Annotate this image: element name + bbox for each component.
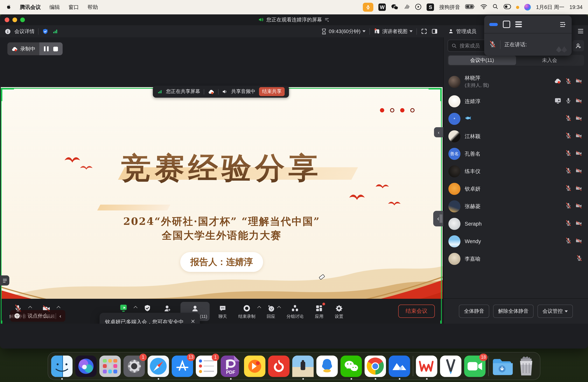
menu-help[interactable]: 帮助 <box>87 4 98 11</box>
side-panel-icon[interactable] <box>431 28 438 35</box>
dock-app-safari[interactable] <box>147 355 169 377</box>
stop-recording-button[interactable] <box>53 46 58 51</box>
dock-app-foxit-pdf[interactable]: PDF <box>220 355 241 377</box>
stop-sharing-button[interactable]: 结束共享 <box>259 87 285 96</box>
emoji-icon[interactable] <box>14 313 20 319</box>
dock-app-kuaishou[interactable] <box>244 355 265 377</box>
wechat-menubar-icon[interactable] <box>391 3 399 11</box>
close-window-button[interactable] <box>5 17 9 22</box>
dock-app-finder[interactable] <box>51 355 73 377</box>
member-tab-1[interactable]: 未入会 <box>516 56 583 65</box>
member-row[interactable]: 钦卓妍 <box>444 180 588 198</box>
network-signal-icon[interactable] <box>52 28 58 34</box>
panel-menu-icon[interactable] <box>578 28 584 34</box>
mic-off-icon[interactable] <box>565 185 572 193</box>
toolbar-item-react[interactable]: 回应 <box>264 302 278 321</box>
close-notification-icon[interactable]: ✕ <box>191 318 195 324</box>
dock-app-downloads[interactable] <box>491 355 513 377</box>
mic-off-icon[interactable] <box>565 237 572 245</box>
apple-menu-icon[interactable] <box>5 3 11 11</box>
search-menubar-icon[interactable] <box>493 3 499 11</box>
toolbar-item-breakout[interactable]: 分组讨论 <box>284 302 306 321</box>
unmute-expand-icon[interactable] <box>28 306 32 310</box>
speaker-layout-icon[interactable] <box>503 21 510 28</box>
member-row[interactable]: 张赫菱 <box>444 198 588 215</box>
member-row[interactable]: 江林颖 <box>444 127 588 145</box>
view-mode-switcher[interactable]: 演讲者视图 <box>374 28 413 35</box>
list-layout-icon[interactable] <box>515 21 522 27</box>
mic-in-use-indicator[interactable] <box>363 3 374 12</box>
member-row[interactable]: 林晓萍(主持人, 我) <box>444 71 588 93</box>
meeting-details-link[interactable]: 会议详情 <box>14 28 35 35</box>
meeting-timer[interactable]: 09:43(60分钟) <box>321 28 366 35</box>
minimized-view-icon[interactable] <box>489 23 498 26</box>
dock-app-app-store[interactable]: 13 <box>172 355 193 377</box>
recording-icon[interactable] <box>554 78 562 85</box>
collapse-float-icon[interactable] <box>560 21 567 27</box>
member-row[interactable]: 连婧淳 <box>444 93 588 110</box>
member-row[interactable]: Seraph <box>444 215 588 233</box>
cam-off-icon[interactable] <box>575 237 583 245</box>
member-tab-0[interactable]: 会议中(11) <box>448 56 516 65</box>
dock-app-wps[interactable] <box>416 355 437 377</box>
menu-window[interactable]: 窗口 <box>68 4 79 11</box>
chat-quick-input[interactable]: 说点什么... ‹ <box>10 310 65 322</box>
cam-off-icon[interactable] <box>575 150 583 158</box>
collapse-video-strip-tab[interactable]: ‹ <box>433 211 443 226</box>
dock-app-siri[interactable] <box>75 355 97 377</box>
ime-label[interactable]: 搜狗拼音 <box>439 4 460 11</box>
annotation-tools-tab[interactable] <box>0 276 9 286</box>
mic-off-icon[interactable] <box>565 115 572 123</box>
member-row[interactable]: * <box>444 110 588 127</box>
mic-on-icon[interactable] <box>565 97 572 106</box>
react-expand-icon[interactable] <box>277 306 281 310</box>
control-center-icon[interactable] <box>504 4 511 11</box>
add-member-button[interactable] <box>572 40 584 51</box>
toolbar-item-chat[interactable]: 聊天 <box>216 302 230 321</box>
cam-off-icon[interactable] <box>575 202 583 210</box>
chat-placeholder[interactable]: 说点什么... <box>28 312 52 319</box>
stop-record-expand-icon[interactable] <box>257 306 261 310</box>
wifi-icon[interactable] <box>481 4 487 11</box>
mic-off-icon[interactable] <box>565 78 572 86</box>
cam-off-icon[interactable] <box>575 185 583 193</box>
sogou-menubar-icon[interactable]: S <box>427 3 434 11</box>
menubar-time[interactable]: 19:34 <box>569 4 583 10</box>
pattern-menubar-icon[interactable] <box>404 3 410 11</box>
cam-off-icon[interactable] <box>575 78 583 85</box>
sharing-icon[interactable] <box>554 97 562 106</box>
share-screen-expand-icon[interactable] <box>134 306 137 310</box>
dock-app-qq[interactable] <box>316 355 338 377</box>
dock-app-launchpad[interactable] <box>99 355 121 377</box>
collapse-panel-tab[interactable]: ‹ <box>434 127 443 137</box>
dock-app-trash[interactable] <box>515 355 537 377</box>
cam-off-icon[interactable] <box>575 115 583 123</box>
menu-edit[interactable]: 编辑 <box>49 4 60 11</box>
cam-off-icon[interactable] <box>575 132 583 140</box>
end-meeting-button[interactable]: 结束会议 <box>398 305 435 318</box>
cam-off-icon[interactable] <box>575 97 583 105</box>
member-row[interactable]: 练丰仪 <box>444 163 588 180</box>
unmute-all-button[interactable]: 解除全体静音 <box>493 305 534 318</box>
dock-app-wechat[interactable] <box>340 355 362 377</box>
member-row[interactable]: 李嘉喻 <box>444 250 588 268</box>
info-icon[interactable] <box>5 28 11 34</box>
member-row[interactable]: Wendy <box>444 233 588 250</box>
dock-app-reminders[interactable]: 1 <box>196 355 217 377</box>
cam-off-icon[interactable] <box>575 220 583 228</box>
zoom-window-button[interactable] <box>20 17 25 22</box>
member-row[interactable]: 善名孔善名 <box>444 145 588 163</box>
mute-all-button[interactable]: 全体静音 <box>459 305 489 318</box>
menu-app-name[interactable]: 腾讯会议 <box>20 4 41 11</box>
mic-off-icon[interactable] <box>576 255 583 263</box>
mic-off-icon[interactable] <box>565 202 572 211</box>
dock-app-v-app[interactable] <box>440 355 462 377</box>
meeting-control-button[interactable]: 会议管控 <box>537 305 573 318</box>
menubar-date[interactable]: 1月6日 周一 <box>536 4 565 11</box>
dock-app-system-settings[interactable]: 1 <box>124 355 145 377</box>
minimize-window-button[interactable] <box>12 17 17 22</box>
dock-app-netease-music[interactable] <box>268 355 290 377</box>
fullscreen-icon[interactable] <box>421 28 427 35</box>
dock-app-photos[interactable] <box>292 355 314 377</box>
pause-recording-button[interactable] <box>44 46 49 51</box>
